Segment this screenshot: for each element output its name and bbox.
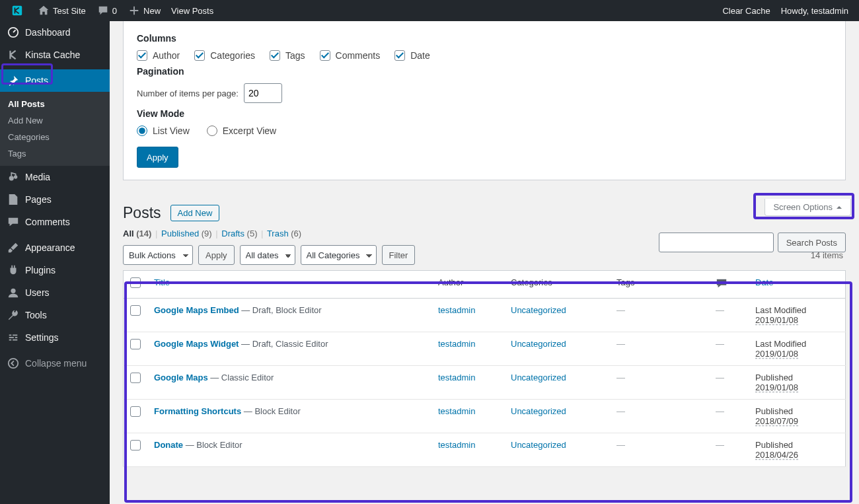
filter-label: Trash: [267, 229, 289, 238]
checkbox-comments[interactable]: [320, 50, 330, 61]
plugin-icon: [7, 264, 20, 277]
search-input[interactable]: [659, 233, 774, 252]
page-title: Posts: [123, 204, 161, 222]
col-header-title[interactable]: Title: [147, 271, 431, 299]
comments-link[interactable]: 0: [91, 0, 122, 21]
checkbox-categories[interactable]: [194, 50, 205, 61]
svg-point-11: [9, 359, 18, 368]
menu-posts[interactable]: Posts: [0, 69, 110, 92]
author-link[interactable]: testadmin: [438, 373, 475, 382]
category-link[interactable]: Uncategorized: [511, 373, 566, 382]
menu-label: Tools: [25, 310, 47, 320]
menu-tools[interactable]: Tools: [0, 304, 110, 326]
col-label: Date: [410, 50, 430, 61]
category-link[interactable]: Uncategorized: [511, 339, 566, 349]
clear-cache-link[interactable]: Clear Cache: [717, 0, 775, 21]
col-label: Author: [153, 50, 180, 61]
menu-settings[interactable]: Settings: [0, 326, 110, 349]
kinsta-logo[interactable]: [5, 0, 32, 21]
category-link[interactable]: Uncategorized: [511, 305, 566, 315]
radio-list-view[interactable]: [137, 126, 147, 136]
my-account-link[interactable]: Howdy, testadmin: [776, 0, 854, 21]
per-page-input[interactable]: [244, 83, 282, 103]
screen-options-apply-button[interactable]: Apply: [137, 147, 178, 168]
search-button[interactable]: Search Posts: [778, 233, 846, 252]
post-title-link[interactable]: Google Maps Widget: [154, 339, 239, 349]
post-title-link[interactable]: Donate: [154, 440, 183, 450]
menu-kinsta-cache[interactable]: Kinsta Cache: [0, 44, 110, 66]
post-title-link[interactable]: Formatting Shortcuts: [154, 406, 241, 416]
menu-appearance[interactable]: Appearance: [0, 236, 110, 259]
pin-icon: [7, 74, 20, 87]
category-link[interactable]: Uncategorized: [511, 440, 566, 450]
menu-plugins[interactable]: Plugins: [0, 259, 110, 281]
table-row: Donate — Block Editor testadmin Uncatego…: [124, 433, 846, 467]
comment-icon: [96, 4, 110, 17]
col-toggle-comments[interactable]: Comments: [320, 50, 381, 61]
select-all-checkbox[interactable]: [130, 277, 141, 288]
checkbox-author[interactable]: [137, 50, 147, 61]
bulk-apply-button[interactable]: Apply: [198, 245, 235, 265]
post-title-link[interactable]: Google Maps Embed: [154, 305, 239, 315]
table-row: Formatting Shortcuts — Block Editor test…: [124, 400, 846, 433]
bulk-actions-select[interactable]: Bulk Actions: [123, 245, 193, 265]
comments-value: —: [716, 440, 724, 450]
row-checkbox[interactable]: [130, 440, 141, 450]
col-toggle-date[interactable]: Date: [394, 50, 430, 61]
menu-users[interactable]: Users: [0, 281, 110, 304]
add-new-button[interactable]: Add New: [170, 205, 220, 221]
tags-value: —: [616, 406, 625, 416]
col-toggle-author[interactable]: Author: [137, 50, 180, 61]
separator: |: [214, 229, 219, 238]
category-link[interactable]: Uncategorized: [511, 406, 566, 416]
filter-label: All: [123, 229, 134, 238]
menu-collapse[interactable]: Collapse menu: [0, 352, 110, 375]
col-header-date[interactable]: Date: [749, 271, 846, 299]
submenu-categories[interactable]: Categories: [0, 129, 110, 145]
svg-point-2: [9, 176, 14, 180]
author-link[interactable]: testadmin: [438, 406, 475, 416]
menu-label: Kinsta Cache: [25, 50, 80, 60]
col-header-comments[interactable]: [709, 271, 749, 299]
comment-icon: [7, 215, 20, 229]
menu-dashboard[interactable]: Dashboard: [0, 21, 110, 44]
admin-menu: Dashboard Kinsta Cache Posts All Posts A…: [0, 21, 110, 504]
col-toggle-categories[interactable]: Categories: [194, 50, 255, 61]
col-toggle-tags[interactable]: Tags: [270, 50, 305, 61]
menu-pages[interactable]: Pages: [0, 188, 110, 211]
submenu-tags[interactable]: Tags: [0, 145, 110, 162]
filter-drafts[interactable]: Drafts (5): [221, 229, 257, 238]
table-row: Google Maps Widget — Draft, Classic Edit…: [124, 332, 846, 366]
menu-comments[interactable]: Comments: [0, 211, 110, 233]
new-content-link[interactable]: New: [122, 0, 166, 21]
radio-excerpt-view[interactable]: [207, 126, 217, 136]
filter-published[interactable]: Published (9): [161, 229, 212, 238]
row-checkbox[interactable]: [130, 406, 141, 417]
menu-media[interactable]: Media: [0, 166, 110, 188]
site-name-link[interactable]: Test Site: [32, 0, 91, 21]
checkbox-tags[interactable]: [270, 50, 280, 61]
view-mode-excerpt[interactable]: Excerpt View: [207, 126, 276, 136]
row-checkbox[interactable]: [130, 339, 141, 349]
author-link[interactable]: testadmin: [438, 440, 475, 450]
menu-label: Pages: [25, 194, 52, 205]
submenu-all-posts[interactable]: All Posts: [0, 96, 110, 112]
view-mode-list[interactable]: List View: [137, 126, 190, 136]
filter-trash[interactable]: Trash (6): [267, 229, 301, 238]
post-title-link[interactable]: Google Maps: [154, 373, 208, 382]
screen-options-tab[interactable]: Screen Options: [765, 199, 851, 216]
checkbox-date[interactable]: [394, 50, 405, 61]
row-checkbox[interactable]: [130, 373, 141, 383]
submenu-add-new[interactable]: Add New: [0, 112, 110, 129]
filter-all[interactable]: All (14): [123, 229, 151, 238]
view-posts-link[interactable]: View Posts: [166, 0, 219, 21]
filter-button[interactable]: Filter: [382, 245, 416, 265]
author-link[interactable]: testadmin: [438, 305, 475, 315]
tags-value: —: [616, 373, 625, 382]
category-filter-select[interactable]: All Categories: [301, 245, 377, 265]
date-filter-select[interactable]: All dates: [240, 245, 295, 265]
row-checkbox[interactable]: [130, 305, 141, 316]
author-link[interactable]: testadmin: [438, 339, 475, 349]
tags-value: —: [616, 339, 625, 349]
menu-label: Posts: [25, 75, 48, 86]
